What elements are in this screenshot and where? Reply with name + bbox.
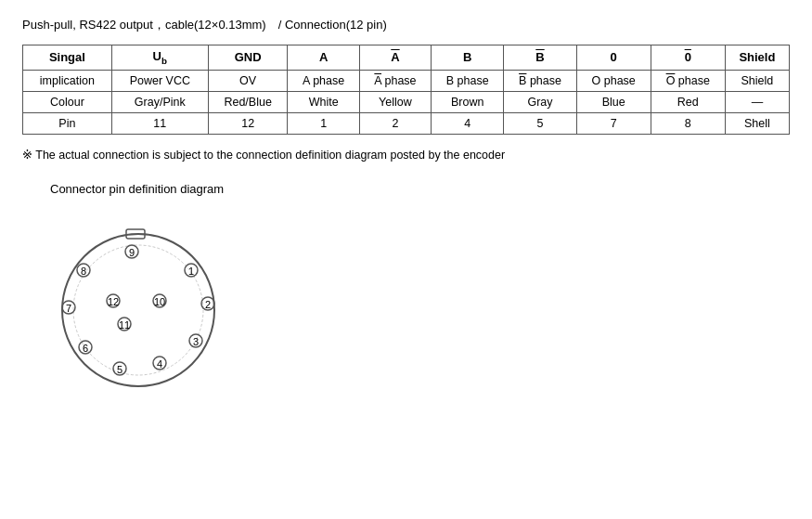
row2-b-bar: Gray bbox=[504, 91, 576, 112]
pin-table: Singal Ub GND A A B B 0 0 Shield implica… bbox=[22, 45, 790, 135]
svg-text:12: 12 bbox=[108, 295, 119, 306]
header-o-bar: 0 bbox=[651, 45, 725, 71]
connector-svg: 1 2 3 4 5 6 7 8 9 10 11 12 bbox=[50, 203, 236, 398]
row1-singal: implication bbox=[23, 70, 112, 91]
row1-gnd: OV bbox=[208, 70, 288, 91]
svg-text:8: 8 bbox=[81, 265, 86, 276]
row1-shield: Shield bbox=[725, 70, 789, 91]
row3-b: 4 bbox=[432, 112, 504, 134]
header-shield: Shield bbox=[725, 45, 789, 71]
row1-a-bar: A phase bbox=[359, 70, 431, 91]
svg-point-0 bbox=[62, 234, 214, 386]
header-singal: Singal bbox=[23, 45, 112, 71]
header-gnd: GND bbox=[208, 45, 288, 71]
note-text: The actual connection is subject to the … bbox=[22, 148, 790, 162]
header-o: 0 bbox=[576, 45, 651, 71]
svg-text:3: 3 bbox=[193, 335, 199, 346]
row3-a: 1 bbox=[288, 112, 359, 134]
table-header-row: Singal Ub GND A A B B 0 0 Shield bbox=[23, 45, 790, 71]
row2-gnd: Red/Blue bbox=[208, 91, 288, 112]
header-b: B bbox=[432, 45, 504, 71]
svg-text:6: 6 bbox=[83, 342, 88, 353]
row3-b-bar: 5 bbox=[504, 112, 576, 134]
row1-o: O phase bbox=[576, 70, 651, 91]
row2-o-bar: Red bbox=[651, 91, 725, 112]
row2-ub: Gray/Pink bbox=[111, 91, 208, 112]
row2-shield: — bbox=[725, 91, 789, 112]
row2-b: Brown bbox=[432, 91, 504, 112]
row1-ub: Power VCC bbox=[111, 70, 208, 91]
table-row-pin: Pin 11 12 1 2 4 5 7 8 Shell bbox=[23, 112, 790, 134]
svg-point-2 bbox=[73, 245, 203, 375]
svg-text:9: 9 bbox=[129, 246, 135, 257]
table-row-implication: implication Power VCC OV A phase A phase… bbox=[23, 70, 790, 91]
connector-diagram: 1 2 3 4 5 6 7 8 9 10 11 12 bbox=[50, 203, 790, 401]
diagram-label: Connector pin definition diagram bbox=[50, 182, 790, 196]
row1-a: A phase bbox=[288, 70, 359, 91]
row3-shield: Shell bbox=[725, 112, 789, 134]
row2-a: White bbox=[288, 91, 359, 112]
header-a-bar: A bbox=[359, 45, 431, 71]
row3-ub: 11 bbox=[111, 112, 208, 134]
svg-text:5: 5 bbox=[117, 363, 122, 374]
row3-gnd: 12 bbox=[208, 112, 288, 134]
subtitle: Push-pull, RS422 output，cable(12×0.13mm)… bbox=[22, 17, 790, 33]
row2-a-bar: Yellow bbox=[359, 91, 431, 112]
svg-text:1: 1 bbox=[188, 265, 194, 276]
header-ub: Ub bbox=[111, 45, 208, 71]
svg-text:11: 11 bbox=[119, 318, 130, 330]
svg-text:4: 4 bbox=[157, 357, 162, 369]
svg-text:7: 7 bbox=[66, 302, 71, 313]
row2-o: Blue bbox=[576, 91, 651, 112]
row2-singal: Colour bbox=[23, 91, 112, 112]
svg-text:2: 2 bbox=[205, 298, 211, 309]
row1-b-bar: B phase bbox=[504, 70, 576, 91]
table-row-colour: Colour Gray/Pink Red/Blue White Yellow B… bbox=[23, 91, 790, 112]
svg-text:10: 10 bbox=[154, 295, 165, 306]
row1-b: B phase bbox=[432, 70, 504, 91]
header-a: A bbox=[288, 45, 359, 71]
row3-o: 7 bbox=[576, 112, 651, 134]
row1-o-bar: O phase bbox=[651, 70, 725, 91]
row3-o-bar: 8 bbox=[651, 112, 725, 134]
row3-a-bar: 2 bbox=[359, 112, 431, 134]
row3-singal: Pin bbox=[23, 112, 112, 134]
header-b-bar: B bbox=[504, 45, 576, 71]
